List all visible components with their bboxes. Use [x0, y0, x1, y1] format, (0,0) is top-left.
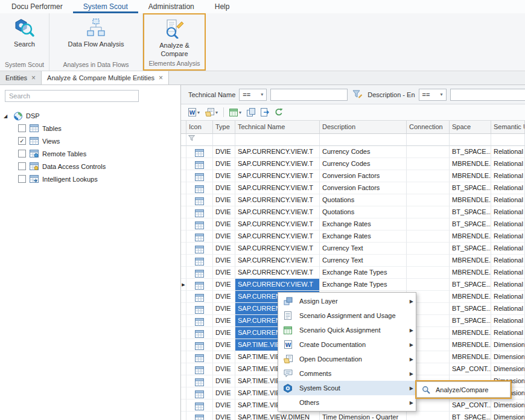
table-row[interactable]: DVIESAP.CURRENCY.VIEW.TConversion Factor…	[181, 182, 525, 194]
cell-connection[interactable]	[407, 158, 450, 170]
cell-semantic-usage[interactable]: Dimension	[491, 399, 525, 412]
column-header-type[interactable]: Type	[213, 121, 235, 134]
menu-item-system-scout[interactable]: System Scout▶	[278, 381, 416, 395]
cell-space[interactable]: SAP_CONT...	[450, 399, 491, 412]
cell-type[interactable]: DVIE	[213, 339, 235, 351]
cell-semantic-usage[interactable]: Dimension	[491, 339, 525, 351]
cell-technical-name[interactable]: SAP.CURRENCY.VIEW.T	[235, 158, 320, 170]
table-row[interactable]: DVIESAP.CURRENCY.VIEW.TExchange RatesMBR…	[181, 231, 525, 243]
table-row[interactable]: DVIESAP.TIME.VIEW.DIMENTime Dimension - …	[181, 412, 525, 420]
cell-space[interactable]: MBRENDLE...	[450, 170, 491, 182]
menu-item-others[interactable]: Others▶	[278, 395, 416, 410]
description-filter-input[interactable]	[450, 89, 525, 101]
cell-type[interactable]: DVIE	[213, 363, 235, 375]
cell-space[interactable]: MBRENDLE...	[450, 158, 491, 170]
cell-technical-name[interactable]: SAP.CURRENCY.VIEW.T	[235, 255, 320, 267]
cell-technical-name[interactable]: SAP.CURRENCY.VIEW.T	[235, 170, 320, 182]
menu-system-scout[interactable]: System Scout	[73, 0, 138, 13]
tree-item-views[interactable]: ✓Views	[0, 135, 180, 147]
cell-type[interactable]: DVIE	[213, 231, 235, 243]
cell-connection[interactable]	[407, 218, 450, 231]
cell-description[interactable]: Currency Text	[320, 255, 407, 267]
table-row[interactable]: ▶DVIESAP.CURRENCY.VIEW.TExchange Rate Ty…	[181, 279, 525, 291]
cell-connection[interactable]	[407, 412, 450, 420]
cell-space[interactable]: BT_SPACE...	[450, 279, 491, 291]
cell-space[interactable]: MBRENDLE...	[450, 339, 491, 351]
table-row[interactable]: DVIESAP.CURRENCY.VIEW.TConversion Factor…	[181, 170, 525, 182]
cell-technical-name[interactable]: SAP.TIME.VIEW.DIMEN	[235, 412, 320, 420]
checkbox-tables[interactable]	[18, 124, 26, 132]
column-header-semantic-u[interactable]: Semantic U...	[491, 121, 525, 134]
cell-description[interactable]: Time Dimension - Quarter	[320, 412, 407, 420]
filter-cell[interactable]	[181, 134, 186, 146]
cell-technical-name[interactable]: SAP.CURRENCY.VIEW.T	[235, 279, 320, 291]
cell-technical-name[interactable]: SAP.CURRENCY.VIEW.T	[235, 182, 320, 194]
tree-item-tables[interactable]: Tables	[0, 122, 180, 135]
menu-item-create-documentation[interactable]: WCreate Documentation▶	[278, 337, 416, 352]
cell-semantic-usage[interactable]: Relational	[491, 194, 525, 206]
table-row[interactable]: DVIESAP.CURRENCY.VIEW.TCurrency TextMBRE…	[181, 255, 525, 267]
cell-space[interactable]: MBRENDLE...	[450, 194, 491, 206]
table-row[interactable]: DVIESAP.CURRENCY.VIEW.TQuotationsBT_SPAC…	[181, 206, 525, 218]
cell-semantic-usage[interactable]: Relational	[491, 303, 525, 315]
auto-filter-cell[interactable]	[186, 134, 213, 146]
column-header-technical-name[interactable]: Technical Name	[235, 121, 320, 134]
cell-type[interactable]: DVIE	[213, 170, 235, 182]
data-flow-analysis-button[interactable]: Data Flow Analysis	[49, 13, 142, 60]
menu-item-assign-layer[interactable]: Assign Layer▶	[278, 294, 416, 308]
cell-type[interactable]: DVIE	[213, 351, 235, 363]
cell-semantic-usage[interactable]: Dimension	[491, 412, 525, 420]
cell-type[interactable]: DVIE	[213, 315, 235, 327]
cell-space[interactable]: MBRENDLE...	[450, 231, 491, 243]
cell-description[interactable]: Quotations	[320, 206, 407, 218]
table-row[interactable]: DVIESAP.CURRENCY.VIEW.TExchange RatesBT_…	[181, 218, 525, 231]
table-row[interactable]: DVIESAP.CURRENCY.VIEW.TCurrency CodesMBR…	[181, 158, 525, 170]
cell-semantic-usage[interactable]: Relational	[491, 279, 525, 291]
cell-space[interactable]: BT_SPACE...	[450, 315, 491, 327]
cell-connection[interactable]	[407, 255, 450, 267]
checkbox-intelligent-lookups[interactable]	[18, 175, 26, 183]
menu-item-open-documentation[interactable]: Open Documentation▶	[278, 352, 416, 366]
cell-description[interactable]: Currency Text	[320, 243, 407, 255]
cell-description[interactable]: Currency Codes	[320, 146, 407, 158]
technical-name-filter-input[interactable]	[270, 89, 348, 101]
cell-semantic-usage[interactable]: Relational	[491, 243, 525, 255]
cell-type[interactable]: DVIE	[213, 218, 235, 231]
cell-space[interactable]: MBRENDLE...	[450, 327, 491, 339]
cell-semantic-usage[interactable]: Relational	[491, 146, 525, 158]
filter-edit-icon[interactable]	[352, 90, 363, 99]
cell-connection[interactable]	[407, 279, 450, 291]
column-header-icon[interactable]: Icon	[186, 121, 213, 134]
copy-grid-button[interactable]	[244, 107, 258, 118]
table-row[interactable]: DVIESAP.CURRENCY.VIEW.TExchange Rate Typ…	[181, 267, 525, 279]
cell-description[interactable]: Exchange Rates	[320, 231, 407, 243]
cell-connection[interactable]	[407, 182, 450, 194]
cell-description[interactable]: Conversion Factors	[320, 170, 407, 182]
cell-description[interactable]: Conversion Factors	[320, 182, 407, 194]
cell-technical-name[interactable]: SAP.CURRENCY.VIEW.T	[235, 218, 320, 231]
cell-type[interactable]: DVIE	[213, 279, 235, 291]
cell-type[interactable]: DVIE	[213, 303, 235, 315]
column-header-description[interactable]: Description	[320, 121, 407, 134]
cell-type[interactable]: DVIE	[213, 327, 235, 339]
search-button[interactable]: Search	[0, 13, 49, 60]
cell-description[interactable]: Exchange Rates	[320, 218, 407, 231]
cell-technical-name[interactable]: SAP.CURRENCY.VIEW.T	[235, 243, 320, 255]
grid-auto-filter-row[interactable]	[181, 134, 525, 146]
cell-space[interactable]: BT_SPACE...	[450, 303, 491, 315]
cell-description[interactable]: Currency Codes	[320, 158, 407, 170]
cell-type[interactable]: DVIE	[213, 146, 235, 158]
table-row[interactable]: DVIESAP.CURRENCY.VIEW.TCurrency CodesBT_…	[181, 146, 525, 158]
cell-space[interactable]: MBRENDLE...	[450, 267, 491, 279]
cell-semantic-usage[interactable]: Relational	[491, 206, 525, 218]
filter-cell[interactable]	[320, 134, 407, 146]
filter-cell[interactable]	[450, 134, 491, 146]
cell-space[interactable]: BT_SPACE...	[450, 182, 491, 194]
cell-connection[interactable]	[407, 206, 450, 218]
cell-type[interactable]: DVIE	[213, 375, 235, 387]
tab-entities[interactable]: Entities ×	[0, 71, 42, 84]
tree-item-intelligent-lookups[interactable]: Intelligent Lookups	[0, 173, 180, 185]
cell-semantic-usage[interactable]: Relational	[491, 315, 525, 327]
menu-administration[interactable]: Administration	[138, 0, 205, 13]
cell-type[interactable]: DVIE	[213, 243, 235, 255]
